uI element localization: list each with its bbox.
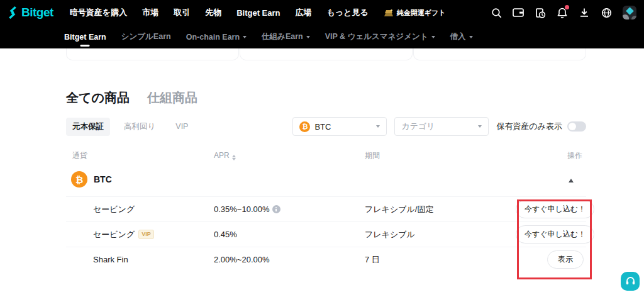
bitget-logo-icon: [6, 6, 19, 19]
subscribe-now-button[interactable]: 今すぐ申し込む！: [516, 225, 594, 244]
avatar-diamond-icon: [626, 7, 634, 15]
nav-trade[interactable]: 取引: [174, 7, 190, 18]
coin-select[interactable]: ₿ BTC: [292, 117, 387, 136]
nav-square[interactable]: 広場: [295, 7, 311, 18]
product-name: Shark Fin: [93, 255, 128, 264]
info-icon[interactable]: [272, 205, 280, 213]
chip-principal-protected[interactable]: 元本保証: [66, 118, 110, 136]
avatar[interactable]: [623, 6, 636, 20]
subnav-simple-earn[interactable]: シンプルEarn: [121, 25, 171, 48]
btc-icon: ₿: [71, 171, 87, 188]
top-navbar: Bitget 暗号資産を購入 市場 取引 先物 Bitget Earn 広場 も…: [0, 0, 644, 25]
product-row-savings-vip: セービング VIP 0.45% フレキシブル 今すぐ申し込む！: [66, 221, 586, 247]
chevron-down-icon: [306, 36, 310, 38]
nav-bitget-earn[interactable]: Bitget Earn: [236, 8, 280, 18]
view-button[interactable]: 表示: [547, 250, 584, 269]
category-select-placeholder: カテゴリ: [401, 121, 435, 132]
search-icon[interactable]: [491, 7, 502, 18]
holdings-only-label: 保有資産のみ表示: [496, 121, 562, 132]
collapse-chevron-icon[interactable]: [569, 179, 574, 182]
gold-ingot-icon: [384, 8, 394, 17]
subnav-loans[interactable]: 借入: [450, 25, 473, 48]
product-row-savings: セービング 0.35%~10.00% フレキシブル/固定 今すぐ申し込む！: [66, 196, 586, 221]
banner-card: [240, 48, 413, 60]
chevron-down-icon: [431, 36, 435, 38]
gift-label: 純金開運ギフト: [397, 8, 446, 18]
chevron-down-icon: [376, 125, 380, 128]
bitget-logo-text: Bitget: [21, 6, 53, 20]
product-row-shark-fin: Shark Fin 2.00%~20.00% 7 日 表示: [66, 247, 586, 272]
term-value: フレキシブル: [365, 229, 516, 240]
subnav-vip-wealth[interactable]: VIP & ウェルスマネジメント: [325, 25, 435, 48]
tab-structured-products[interactable]: 仕組商品: [147, 89, 197, 106]
coin-select-value: BTC: [314, 122, 331, 132]
chip-high-yield[interactable]: 高利回り: [118, 118, 162, 136]
subnav-structured-earn[interactable]: 仕組みEarn: [262, 25, 310, 48]
coin-name: BTC: [94, 174, 112, 184]
banner-card: [413, 48, 586, 60]
nav-gold-gift[interactable]: 純金開運ギフト: [384, 8, 446, 18]
header-apr[interactable]: APR: [214, 151, 230, 160]
topnav-icons: [491, 6, 636, 20]
subnav-onchain-earn[interactable]: On-chain Earn: [186, 25, 247, 48]
headset-icon: [625, 276, 636, 286]
nav-futures[interactable]: 先物: [205, 7, 221, 18]
header-term: 期間: [365, 150, 516, 161]
coin-group-row-btc[interactable]: ₿ BTC: [66, 162, 586, 196]
category-select[interactable]: カテゴリ: [394, 117, 489, 136]
bitget-logo[interactable]: Bitget: [6, 6, 53, 20]
term-value: フレキシブル/固定: [365, 204, 516, 215]
chevron-down-icon: [478, 125, 482, 128]
nav-buy-crypto[interactable]: 暗号資産を購入: [70, 7, 127, 18]
nav-markets[interactable]: 市場: [142, 7, 158, 18]
term-value: 7 日: [365, 254, 516, 266]
btc-icon: ₿: [299, 121, 310, 132]
banner-card: [66, 48, 239, 60]
holdings-only-toggle[interactable]: [567, 121, 586, 132]
support-chat-button[interactable]: [621, 272, 640, 291]
apr-value: 0.45%: [214, 230, 237, 239]
active-tab-underline: [80, 45, 90, 47]
vip-badge: VIP: [138, 230, 154, 239]
product-name: セービング: [93, 229, 135, 240]
chevron-down-icon: [469, 36, 473, 38]
apr-value: 0.35%~10.00%: [214, 205, 270, 214]
download-icon[interactable]: [579, 7, 590, 18]
banner-cards-strip: [66, 48, 586, 60]
chip-vip[interactable]: VIP: [169, 118, 194, 135]
product-section-tabs: 全ての商品 仕組商品: [66, 89, 197, 106]
apr-value: 2.00%~20.00%: [214, 255, 270, 264]
notifications-icon[interactable]: [557, 7, 568, 18]
orders-icon[interactable]: [535, 7, 546, 18]
earn-subnav: Bitget Earn シンプルEarn On-chain Earn 仕組みEa…: [0, 25, 644, 48]
subnav-bitget-earn[interactable]: Bitget Earn: [64, 25, 106, 48]
subscribe-now-button[interactable]: 今すぐ申し込む！: [516, 200, 594, 218]
header-action: 操作: [516, 150, 586, 161]
tab-all-products[interactable]: 全ての商品: [66, 89, 130, 106]
filter-row: 元本保証 高利回り VIP ₿ BTC カテゴリ 保有資産のみ表示: [66, 117, 586, 136]
chevron-down-icon: [243, 36, 247, 38]
sort-icon[interactable]: [232, 155, 236, 160]
main-nav: 暗号資産を購入 市場 取引 先物 Bitget Earn 広場 もっと見る: [70, 7, 369, 18]
table-header-row: 通貨 APR 期間 操作: [66, 148, 586, 162]
nav-more[interactable]: もっと見る: [326, 7, 368, 18]
products-table: 通貨 APR 期間 操作 ₿ BTC セービング 0.35%~10.00% フレ…: [66, 148, 586, 272]
header-currency: 通貨: [66, 150, 214, 161]
product-name: セービング: [93, 204, 135, 215]
wallet-icon[interactable]: [513, 7, 524, 18]
globe-icon[interactable]: [601, 7, 612, 18]
notification-dot: [565, 5, 569, 9]
